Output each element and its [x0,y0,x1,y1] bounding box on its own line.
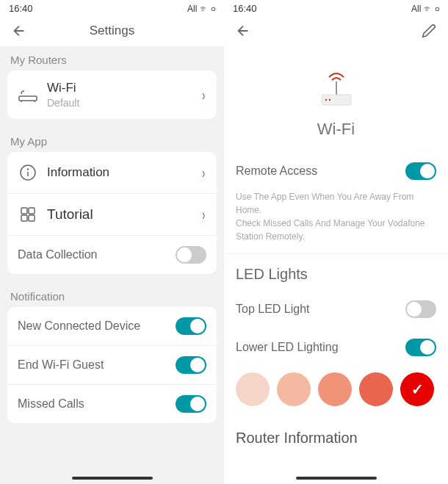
status-indicators: All ᯤ ▢ [411,4,439,14]
top-led-row: Top LED Light [224,290,448,328]
svg-rect-0 [19,96,37,101]
chevron-right-icon: › [203,206,206,223]
nav-bar: Settings [0,15,224,46]
router-hero: Wi-Fi [224,46,448,152]
settings-screen: 16:40 All ᯤ ▢ Settings My Routers Wi-Fi … [0,0,224,484]
svg-point-5 [28,169,29,170]
info-icon [18,162,38,183]
wifi-title: Wi-Fi [47,81,192,95]
router-illustration-icon [314,67,358,108]
back-button[interactable] [10,22,28,40]
back-button[interactable] [234,22,252,40]
wifi-subtitle: Default [47,97,192,109]
color-swatch-3[interactable] [359,372,393,406]
svg-rect-9 [29,215,35,221]
edit-button[interactable] [420,22,438,40]
top-led-label: Top LED Light [236,303,310,316]
missed-calls-toggle[interactable] [176,395,206,413]
router-detail-screen: 16:40 All ᯤ ▢ Wi-Fi Remote Access Use Th… [224,0,448,484]
section-my-app: My App [0,128,224,152]
status-bar: 16:40 All ᯤ ▢ [0,0,224,15]
lower-led-label: Lower LED Lighting [236,341,339,354]
notification-card: New Connected Device End Wi-Fi Guest Mis… [7,307,217,423]
color-swatch-4[interactable] [400,372,434,406]
pencil-icon [422,24,436,38]
back-arrow-icon [11,23,27,39]
remote-access-hint: Use The App Even When You Are Away From … [224,190,448,253]
chevron-right-icon: › [203,165,206,181]
color-swatch-1[interactable] [277,372,311,406]
app-card: Information › Tutorial › Data Collection [7,152,217,274]
data-collection-toggle[interactable] [176,246,206,264]
data-collection-label: Data Collection [18,248,167,261]
router-icon [18,84,38,105]
routers-card: Wi-Fi Default › [7,71,217,119]
section-notification: Notification [0,283,224,307]
new-device-label: New Connected Device [18,319,167,333]
router-info-header: Router Information [224,418,448,452]
end-guest-toggle[interactable] [176,356,206,374]
data-collection-row: Data Collection [7,236,217,274]
missed-calls-row: Missed Calls [7,385,217,423]
svg-rect-7 [29,208,35,214]
top-led-toggle[interactable] [405,300,436,318]
new-device-toggle[interactable] [176,317,206,335]
lower-led-row: Lower LED Lighting [224,328,448,366]
tutorial-icon [18,204,38,225]
new-device-row: New Connected Device [7,307,217,346]
information-row[interactable]: Information › [7,152,217,194]
missed-calls-label: Missed Calls [18,397,167,411]
status-bar: 16:40 All ᯤ ▢ [224,0,448,15]
hint-line-2: Check Missed Calls And Manage Your Vodaf… [236,217,436,243]
end-guest-row: End Wi-Fi Guest [7,346,217,385]
information-label: Information [47,165,192,180]
tutorial-label: Tutorial [47,206,192,223]
hint-line-1: Use The App Even When You Are Away From … [236,190,436,217]
home-indicator[interactable] [72,477,153,480]
page-title: Settings [0,24,224,38]
wifi-router-content: Wi-Fi Default [47,81,192,109]
color-palette [224,366,448,418]
led-lights-header: LED Lights [224,253,448,290]
wifi-router-row[interactable]: Wi-Fi Default › [7,71,217,119]
color-swatch-0[interactable] [236,372,270,406]
home-indicator[interactable] [296,477,377,480]
remote-access-toggle[interactable] [405,162,436,180]
section-my-routers: My Routers [0,46,224,71]
remote-access-label: Remote Access [236,165,317,178]
svg-rect-6 [21,208,27,214]
status-time: 16:40 [9,3,33,14]
svg-rect-8 [21,215,27,221]
svg-point-13 [328,99,330,101]
tutorial-row[interactable]: Tutorial › [7,194,217,236]
lower-led-toggle[interactable] [405,339,436,356]
end-guest-label: End Wi-Fi Guest [18,358,167,372]
status-indicators: All ᯤ ▢ [187,4,215,14]
back-arrow-icon [235,23,251,39]
nav-bar [224,15,448,46]
svg-point-12 [325,99,326,101]
status-time: 16:40 [233,3,257,14]
router-name: Wi-Fi [224,120,448,139]
color-swatch-2[interactable] [318,372,352,406]
remote-access-row: Remote Access [224,152,448,190]
chevron-right-icon: › [203,87,206,104]
